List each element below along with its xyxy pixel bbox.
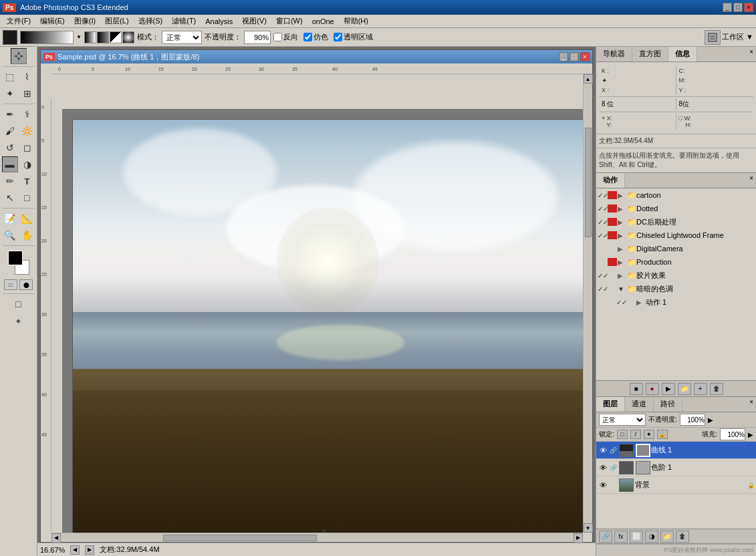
actions-panel-close[interactable]: × (747, 173, 756, 188)
tool-pen[interactable]: ✏ (2, 173, 18, 189)
dither-checkbox[interactable]: 仿色 (303, 32, 328, 42)
maximize-button[interactable]: □ (733, 3, 743, 12)
foreground-color[interactable] (3, 30, 17, 45)
opacity-input-layers[interactable] (680, 414, 705, 426)
tab-actions[interactable]: 动作 (596, 173, 625, 188)
tab-histogram[interactable]: 直方图 (632, 47, 668, 61)
layer-curves1[interactable]: 👁 🔗 曲线 1 (596, 442, 756, 459)
tab-paths[interactable]: 路径 (654, 397, 682, 412)
action-chiseled[interactable]: ✓ ▶ 📁 Chiseled Lightwood Frame (596, 229, 756, 242)
action-production[interactable]: ▶ 📁 Production (596, 255, 756, 269)
menu-select[interactable]: 选择(S) (134, 15, 167, 27)
action-film[interactable]: ✓ ▶ 📁 胶片效果 (596, 269, 756, 282)
lock-paint-btn[interactable]: / (630, 430, 641, 439)
tool-lasso[interactable]: ⌇ (19, 69, 35, 85)
tool-brush[interactable]: 🖌 (2, 123, 18, 139)
actions-new-set-btn[interactable]: 📁 (678, 383, 691, 395)
menu-analysis[interactable]: Analysis (201, 17, 237, 26)
menu-help[interactable]: 帮助(H) (340, 15, 372, 27)
layer-background[interactable]: 👁 背景 🔒 (596, 476, 756, 494)
tool-crop[interactable]: ⊞ (19, 86, 35, 102)
gradient-dropdown-arrow[interactable]: ▼ (76, 34, 82, 40)
tool-magic-wand[interactable]: ✦ (2, 86, 18, 102)
foreground-swatch[interactable] (8, 251, 23, 265)
tool-notes[interactable]: 📝 (2, 211, 18, 227)
actions-new-action-btn[interactable]: + (694, 383, 707, 395)
v-scroll-down[interactable]: ▼ (584, 523, 593, 533)
close-button[interactable]: × (744, 3, 753, 12)
doc-restore-btn[interactable]: □ (570, 52, 579, 61)
action-dark-tone[interactable]: ✓ ▼ 📁 暗暗的色调 (596, 282, 756, 295)
h-scroll-left[interactable]: ◀ (51, 533, 61, 543)
tool-gradient[interactable]: ▬ (2, 156, 18, 172)
dither-check[interactable] (303, 33, 312, 41)
action-action1[interactable]: ✓ ▶ 动作 1 (596, 295, 756, 309)
tool-history-brush[interactable]: ↺ (2, 140, 18, 156)
fill-input-layers[interactable] (720, 428, 745, 440)
action-dotted[interactable]: ✓ ▶ 📁 Dotted (596, 202, 756, 215)
status-prev-btn[interactable]: ◀ (70, 545, 80, 555)
menu-window[interactable]: 窗口(W) (272, 15, 307, 27)
tab-channels[interactable]: 通道 (625, 397, 654, 412)
quickmask-mode-btn[interactable]: ⬤ (19, 279, 33, 290)
lock-move-btn[interactable]: ✦ (644, 430, 654, 439)
tool-marquee-rect[interactable]: ⬚ (2, 69, 18, 85)
tab-info[interactable]: 信息 (668, 47, 697, 61)
tool-eraser[interactable]: ◻ (19, 140, 35, 156)
layers-adj-btn[interactable]: ◑ (645, 531, 658, 543)
reverse-checkbox[interactable]: 反向 (273, 32, 298, 42)
layers-fx-btn[interactable]: fx (614, 531, 628, 543)
v-scroll-thumb[interactable] (585, 128, 592, 238)
tool-heal[interactable]: ⚕ (19, 106, 35, 122)
menu-image[interactable]: 图像(I) (70, 15, 100, 27)
h-scroll-thumb[interactable] (163, 535, 317, 541)
actions-delete-btn[interactable]: 🗑 (710, 383, 723, 395)
tool-clone[interactable]: 🔆 (19, 123, 35, 139)
gradient-swatch-1[interactable] (84, 31, 96, 43)
gradient-swatch-3[interactable] (110, 31, 122, 43)
menu-filter[interactable]: 滤镜(T) (168, 15, 200, 27)
action-dc[interactable]: ✓ ▶ 📁 DC后期处理 (596, 215, 756, 229)
normal-mode-btn[interactable]: □ (4, 279, 17, 290)
tab-layers[interactable]: 图层 (596, 397, 625, 412)
gradient-preview[interactable] (20, 31, 74, 44)
mode-select[interactable]: 正常 (162, 31, 202, 44)
menu-layer[interactable]: 图层(L) (101, 15, 132, 27)
tool-eyedropper[interactable]: ✒ (2, 106, 18, 122)
layer-eye-curves1[interactable]: 👁 (598, 445, 608, 456)
menu-view[interactable]: 视图(V) (238, 15, 271, 27)
nav-panel-close[interactable]: × (747, 47, 756, 61)
lock-transparent-btn[interactable]: □ (617, 430, 628, 439)
layers-folder-btn[interactable]: 📁 (660, 531, 674, 543)
workarea-icon[interactable] (705, 30, 721, 45)
layers-link-btn[interactable]: 🔗 (599, 531, 612, 543)
actions-record-btn[interactable]: ● (646, 383, 659, 395)
tool-dodge[interactable]: ◑ (19, 156, 35, 172)
doc-minimize-btn[interactable]: _ (559, 52, 568, 61)
menu-onone[interactable]: onOne (308, 17, 338, 26)
gradient-swatch-4[interactable] (122, 31, 134, 43)
gradient-swatch-2[interactable] (97, 31, 109, 43)
menu-edit[interactable]: 编辑(E) (36, 15, 69, 27)
doc-close-btn[interactable]: × (580, 52, 590, 61)
opacity-input[interactable] (244, 31, 271, 44)
fill-arrow-layers[interactable]: ▶ (748, 431, 753, 438)
tool-hand[interactable]: ✋ (19, 227, 35, 243)
minimize-button[interactable]: _ (723, 3, 732, 12)
screen-mode-btn[interactable]: □ (11, 296, 27, 312)
layers-panel-close[interactable]: × (747, 397, 756, 412)
cs-bridge-btn[interactable]: ◈ (11, 313, 27, 329)
workarea-label[interactable]: 工作区 ▼ (722, 32, 753, 42)
tool-measure[interactable]: 📐 (19, 211, 35, 227)
h-scroll-right[interactable]: ▶ (574, 533, 583, 543)
status-next-btn[interactable]: ▶ (85, 545, 94, 555)
actions-play-btn[interactable]: ▶ (662, 383, 675, 395)
reverse-check[interactable] (273, 33, 282, 41)
layer-levels1[interactable]: 👁 🔗 色阶 1 (596, 459, 756, 476)
tool-path-select[interactable]: ↖ (2, 190, 18, 206)
tool-shape[interactable]: □ (19, 190, 35, 206)
layer-eye-levels1[interactable]: 👁 (598, 462, 608, 473)
tab-navigator[interactable]: 导航器 (596, 47, 632, 61)
layer-eye-bg[interactable]: 👁 (598, 480, 608, 491)
transparency-checkbox[interactable]: 透明区域 (334, 32, 373, 42)
